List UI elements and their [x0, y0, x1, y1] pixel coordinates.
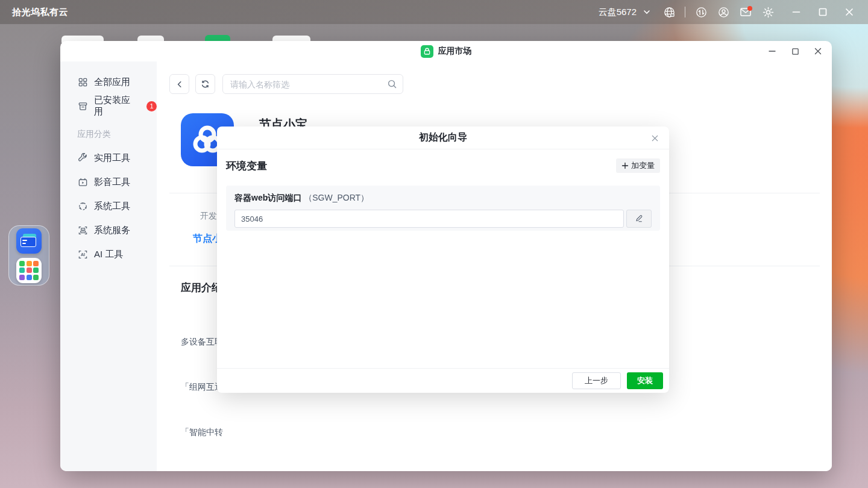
sidebar-item-label: 实用工具	[94, 152, 130, 164]
search-box	[222, 74, 403, 94]
edit-pencil-button[interactable]	[626, 210, 652, 228]
previous-step-button[interactable]: 上一步	[572, 372, 621, 389]
sidebar-item-all-apps[interactable]: 全部应用	[60, 70, 157, 94]
system-bar: 拾光坞私有云 云盘5672	[0, 0, 868, 24]
intro-line: 「安全加密	[181, 470, 349, 471]
env-vars-heading: 环境变量	[226, 159, 267, 173]
settings-gear-icon[interactable]	[761, 5, 775, 19]
plus-icon	[621, 162, 629, 169]
window-titlebar: 应用市场	[60, 41, 832, 61]
developer-label: 开发	[200, 211, 217, 222]
utility-tools-icon	[77, 152, 88, 163]
account-name: 云盘5672	[599, 7, 637, 18]
maximize-icon[interactable]	[816, 5, 829, 19]
port-input[interactable]	[234, 210, 624, 228]
sidebar-item-media-tools[interactable]: 影音工具	[60, 170, 157, 194]
install-button[interactable]: 安装	[627, 372, 663, 389]
env-var-card: 容器web访问端口（SGW_PORT）	[226, 186, 660, 231]
env-var-name: 容器web访问端口	[234, 193, 301, 202]
sidebar-item-ai-tools[interactable]: AI AI 工具	[60, 242, 157, 266]
minimize-icon[interactable]	[790, 5, 803, 19]
installed-count-badge: 1	[146, 101, 157, 111]
system-tools-icon	[77, 201, 88, 211]
ai-tools-icon: AI	[77, 249, 88, 260]
sidebar-item-label: 影音工具	[94, 177, 130, 188]
close-icon[interactable]	[843, 5, 856, 19]
sidebar-item-label: 系统工具	[94, 201, 130, 212]
window-minimize-icon[interactable]	[768, 47, 776, 55]
installed-apps-icon	[77, 101, 88, 111]
search-icon	[387, 79, 397, 92]
sidebar-item-system-services[interactable]: 系统服务	[60, 218, 157, 242]
dialog-footer: 上一步 安装	[217, 368, 669, 393]
file-manager-icon[interactable]	[16, 228, 42, 254]
desktop: 拾光坞私有云 云盘5672	[0, 0, 868, 488]
floating-dock	[8, 225, 49, 286]
search-input[interactable]	[222, 74, 403, 94]
dialog-header: 初始化向导	[217, 127, 669, 149]
add-variable-label: 加变量	[631, 160, 655, 171]
chevron-down-icon	[640, 5, 653, 19]
toolbar	[169, 74, 403, 94]
sidebar-item-label: 已安装应用	[94, 95, 137, 117]
account-circle-icon[interactable]	[717, 5, 730, 19]
env-var-key: （SGW_PORT）	[304, 193, 369, 202]
add-variable-button[interactable]: 加变量	[616, 158, 660, 173]
back-button[interactable]	[169, 74, 189, 94]
all-apps-icon	[77, 77, 88, 87]
sidebar-item-label: 系统服务	[94, 225, 130, 236]
divider	[685, 7, 685, 17]
dialog-title: 初始化向导	[419, 131, 467, 144]
sidebar-item-label: AI 工具	[94, 249, 123, 260]
intro-line: 「智能中转	[181, 425, 349, 440]
unread-badge	[747, 6, 752, 11]
transfer-icon[interactable]	[694, 5, 708, 19]
env-var-label: 容器web访问端口（SGW_PORT）	[234, 193, 652, 204]
intro-heading: 应用介绍	[181, 281, 222, 295]
svg-text:AI: AI	[80, 252, 84, 257]
sidebar-section-label: 应用分类	[60, 127, 157, 142]
pencil-icon	[635, 214, 643, 223]
sidebar-item-utility-tools[interactable]: 实用工具	[60, 146, 157, 170]
messages-icon[interactable]	[739, 5, 752, 19]
app-market-icon	[421, 45, 433, 58]
system-title: 拾光坞私有云	[12, 7, 68, 18]
media-tools-icon	[77, 177, 88, 187]
window-maximize-icon[interactable]	[791, 47, 799, 55]
sidebar-item-system-tools[interactable]: 系统工具	[60, 194, 157, 218]
system-services-icon	[77, 225, 88, 236]
dialog-close-icon[interactable]	[650, 133, 659, 143]
init-wizard-dialog: 初始化向导 环境变量 加变量 容器web访问端口（SGW_PORT）	[217, 127, 669, 393]
window-close-icon[interactable]	[814, 47, 822, 55]
account-menu[interactable]: 云盘5672	[599, 5, 653, 19]
sidebar-item-installed-apps[interactable]: 已安装应用 1	[60, 94, 157, 118]
sidebar: 全部应用 已安装应用 1 应用分类 实用工具	[60, 61, 157, 471]
refresh-button[interactable]	[195, 74, 215, 94]
sidebar-item-label: 全部应用	[94, 77, 130, 88]
network-globe-icon[interactable]	[662, 5, 676, 19]
window-title: 应用市场	[438, 46, 472, 57]
app-launcher-icon[interactable]	[16, 258, 42, 283]
